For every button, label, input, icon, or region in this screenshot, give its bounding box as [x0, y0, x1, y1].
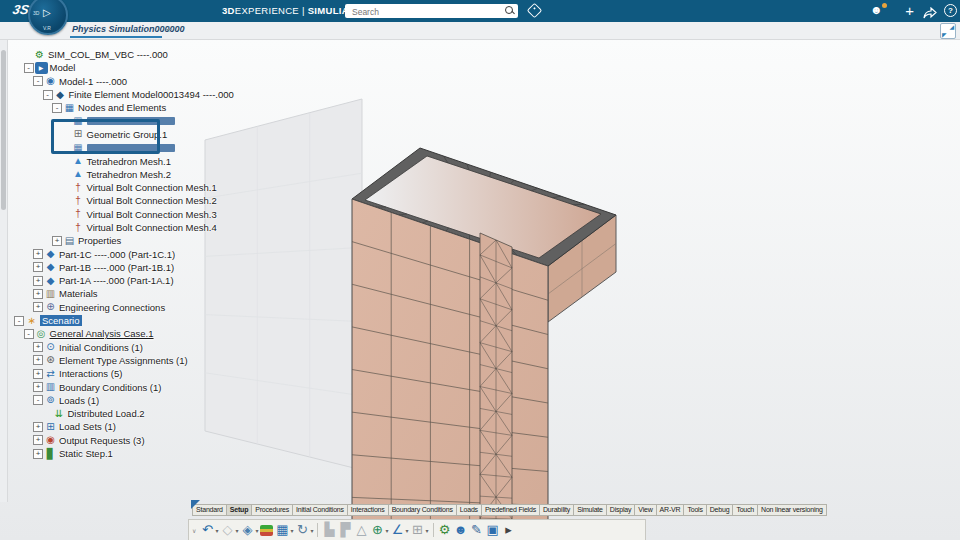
ghost-part-icon[interactable]: ◇: [219, 522, 235, 538]
tree-item-tetrahedron-mesh-2[interactable]: ▲Tetrahedron Mesh.2: [8, 168, 243, 181]
tree-item-virtual-bolt-connection-mesh-1[interactable]: †Virtual Bolt Connection Mesh.1: [8, 181, 243, 194]
expand-toggle[interactable]: +: [33, 382, 43, 392]
help-icon[interactable]: ?: [944, 4, 957, 17]
mesh-net-icon[interactable]: △: [353, 522, 369, 538]
tree-item-properties[interactable]: +▤Properties: [8, 234, 243, 247]
seat-arrow-icon[interactable]: ▛: [337, 522, 353, 538]
ribbon-tab-setup[interactable]: Setup: [226, 504, 252, 516]
tree-item-interactions-5[interactable]: +⇄Interactions (5): [8, 367, 243, 380]
expand-toggle[interactable]: +: [33, 302, 43, 312]
tree-item-boundary-conditions-1[interactable]: +▥Boundary Conditions (1): [8, 380, 243, 393]
expand-toggle[interactable]: +: [33, 449, 43, 459]
tree-item-engineering-connections[interactable]: +⊕Engineering Connections: [8, 301, 243, 314]
tree-item-distributed-load-2[interactable]: ⇊Distributed Load.2: [8, 407, 243, 420]
tree-item-model[interactable]: -▶Model: [8, 61, 243, 74]
ribbon-tab-view[interactable]: View: [634, 504, 656, 516]
tree-item-part-1a-000-part-1a-1[interactable]: +◆Part-1A ----.000 (Part-1A.1): [8, 274, 243, 287]
tag-icon[interactable]: [527, 3, 543, 19]
seat-gray-icon[interactable]: ▙: [321, 522, 337, 538]
expand-toggle[interactable]: -: [33, 395, 43, 405]
part-export-icon[interactable]: ◈: [239, 522, 255, 538]
tree-item-output-requests-3[interactable]: +◉Output Requests (3): [8, 434, 243, 447]
tree-item-finite-element-model00013494-000[interactable]: -◆Finite Element Model00013494 ----.000: [8, 88, 243, 101]
expand-toggle[interactable]: -: [24, 329, 34, 339]
dropdown-caret-icon[interactable]: ▾: [310, 527, 313, 534]
edit-doc-icon[interactable]: ✎: [469, 522, 485, 538]
ribbon-tab-simulate[interactable]: Simulate: [573, 504, 607, 516]
ribbon-tab-durability[interactable]: Durability: [539, 504, 574, 516]
tree-item-part-1b-000-part-1b-1[interactable]: +◆Part-1B ----.000 (Part-1B.1): [8, 261, 243, 274]
dropdown-caret-icon[interactable]: ▾: [215, 527, 218, 534]
part-add-icon[interactable]: ⊕: [369, 522, 385, 538]
ribbon-handle-icon[interactable]: ∨: [192, 527, 196, 534]
share-icon[interactable]: [923, 5, 937, 27]
monitor-icon[interactable]: ▣: [485, 522, 501, 538]
tree-item-element-type-assignments-1[interactable]: +⊛Element Type Assignments (1): [8, 354, 243, 367]
polyline-icon[interactable]: ∠: [390, 522, 406, 538]
transform-grid-icon[interactable]: ⊞: [410, 522, 426, 538]
tree-item-materials[interactable]: +▥Materials: [8, 287, 243, 300]
expand-toggle[interactable]: +: [33, 276, 43, 286]
compass-vr-label[interactable]: V.R: [43, 25, 51, 31]
refresh-icon[interactable]: ↻: [294, 522, 310, 538]
ribbon-tab-loads[interactable]: Loads: [456, 504, 482, 516]
tree-item-scenario[interactable]: -∗Scenario: [8, 314, 243, 327]
expand-toggle[interactable]: +: [52, 236, 62, 246]
ribbon-tab-ar-vr[interactable]: AR-VR: [656, 504, 685, 516]
expand-toggle[interactable]: -: [52, 103, 62, 113]
user-avatar-icon[interactable]: ☻: [868, 0, 888, 22]
tree-item-model-1-000[interactable]: -◉Model-1 ----.000: [8, 75, 243, 88]
tree-item-sim-col-bm-vbc-000[interactable]: ⚙SIM_COL_BM_VBC ----.000: [8, 48, 243, 61]
ribbon-tab-display[interactable]: Display: [606, 504, 636, 516]
expand-toggle[interactable]: -: [24, 63, 34, 73]
table-view-icon[interactable]: ▦: [274, 522, 290, 538]
dropdown-caret-icon[interactable]: ▾: [235, 527, 238, 534]
expand-toggle[interactable]: +: [33, 289, 43, 299]
ribbon-tab-initial-conditions[interactable]: Initial Conditions: [292, 504, 348, 516]
new-tab-button[interactable]: +: [166, 24, 172, 35]
dropdown-caret-icon[interactable]: ▾: [290, 527, 293, 534]
ribbon-tab-debug[interactable]: Debug: [706, 504, 734, 516]
expand-toggle[interactable]: +: [33, 422, 43, 432]
tree-item-virtual-bolt-connection-mesh-2[interactable]: †Virtual Bolt Connection Mesh.2: [8, 194, 243, 207]
tree-item-initial-conditions-1[interactable]: +⊙Initial Conditions (1): [8, 341, 243, 354]
ribbon-tab-non-linear-versioning[interactable]: Non linear versioning: [757, 504, 827, 516]
tree-item-part-1c-000-part-1c-1[interactable]: +◆Part-1C ----.000 (Part-1C.1): [8, 247, 243, 260]
dropdown-caret-icon[interactable]: ▾: [385, 527, 388, 534]
dropdown-caret-icon[interactable]: ▾: [255, 527, 258, 534]
ribbon-tab-procedures[interactable]: Procedures: [251, 504, 293, 516]
ribbon-tab-touch[interactable]: Touch: [732, 504, 758, 516]
dropdown-caret-icon[interactable]: ▾: [426, 527, 429, 534]
search-box[interactable]: [345, 4, 518, 18]
tree-item-load-sets-1[interactable]: +⊞Load Sets (1): [8, 420, 243, 433]
expand-toggle[interactable]: -: [14, 316, 24, 326]
tree-item-nodes-and-elements[interactable]: -▦Nodes and Elements: [8, 101, 243, 114]
expand-toggle[interactable]: +: [33, 355, 43, 365]
tree-item-virtual-bolt-connection-mesh-4[interactable]: †Virtual Bolt Connection Mesh.4: [8, 221, 243, 234]
expand-toggle[interactable]: -: [43, 90, 53, 100]
tree-scrollbar-thumb[interactable]: [1, 50, 6, 210]
ribbon-tab-boundary-conditions[interactable]: Boundary Conditions: [388, 504, 457, 516]
expand-toggle[interactable]: +: [33, 369, 43, 379]
expand-toggle[interactable]: +: [33, 435, 43, 445]
tree-item-virtual-bolt-connection-mesh-3[interactable]: †Virtual Bolt Connection Mesh.3: [8, 208, 243, 221]
compass-3d-label[interactable]: 3D: [33, 10, 39, 16]
tree-item-tetrahedron-mesh-1[interactable]: ▲Tetrahedron Mesh.1: [8, 154, 243, 167]
expand-toggle[interactable]: +: [33, 249, 43, 259]
dropdown-caret-icon[interactable]: ▾: [406, 527, 409, 534]
expand-toggle[interactable]: +: [33, 262, 43, 272]
person-doc-icon[interactable]: ☻: [453, 522, 469, 538]
gear-update-icon[interactable]: ⚙: [437, 522, 453, 538]
undo-icon[interactable]: ↶: [199, 522, 215, 538]
add-content-icon[interactable]: +: [905, 0, 914, 22]
tree-item-general-analysis-case-1[interactable]: -◎General Analysis Case.1: [8, 327, 243, 340]
compass-play-icon[interactable]: ▷: [43, 8, 51, 18]
layers-color-icon[interactable]: [260, 525, 273, 536]
search-icon[interactable]: [505, 6, 513, 14]
tree-item-static-step-1[interactable]: +▊Static Step.1: [8, 447, 243, 460]
ribbon-tab-interactions[interactable]: Interactions: [347, 504, 389, 516]
tree-scrollbar[interactable]: [0, 40, 8, 502]
expand-toggle[interactable]: +: [33, 342, 43, 352]
search-input[interactable]: [350, 5, 494, 18]
collapse-viewport-icon[interactable]: ◢◤: [940, 23, 956, 39]
